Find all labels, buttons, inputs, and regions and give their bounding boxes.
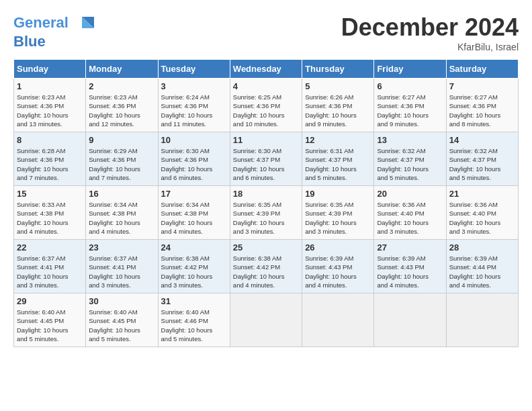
calendar-cell: 19Sunrise: 6:35 AM Sunset: 4:39 PM Dayli…	[302, 186, 374, 240]
day-number: 10	[161, 135, 227, 145]
day-number: 16	[89, 189, 154, 199]
day-number: 23	[89, 242, 154, 253]
calendar-cell: 31Sunrise: 6:40 AM Sunset: 4:46 PM Dayli…	[158, 293, 230, 347]
column-header-tuesday: Tuesday	[158, 60, 230, 79]
calendar-cell: 25Sunrise: 6:38 AM Sunset: 4:42 PM Dayli…	[230, 240, 302, 293]
page-header: General Blue December 2024 KfarBilu, Isr…	[13, 13, 519, 52]
logo: General Blue	[13, 13, 95, 50]
calendar-cell: 16Sunrise: 6:34 AM Sunset: 4:38 PM Dayli…	[86, 186, 158, 240]
day-number: 29	[17, 296, 83, 306]
day-number: 4	[233, 81, 299, 91]
day-number: 30	[89, 296, 154, 306]
calendar-cell: 9Sunrise: 6:29 AM Sunset: 4:36 PM Daylig…	[86, 132, 158, 186]
day-info: Sunrise: 6:39 AM Sunset: 4:43 PM Dayligh…	[377, 254, 443, 289]
calendar-week-row: 8Sunrise: 6:28 AM Sunset: 4:36 PM Daylig…	[14, 132, 519, 186]
day-info: Sunrise: 6:40 AM Sunset: 4:46 PM Dayligh…	[161, 308, 227, 343]
location: KfarBilu, Israel	[341, 42, 519, 52]
day-number: 15	[17, 189, 83, 199]
column-header-wednesday: Wednesday	[230, 60, 302, 79]
day-info: Sunrise: 6:30 AM Sunset: 4:37 PM Dayligh…	[233, 146, 299, 182]
calendar-cell	[374, 293, 446, 347]
day-info: Sunrise: 6:25 AM Sunset: 4:36 PM Dayligh…	[233, 93, 299, 128]
day-info: Sunrise: 6:32 AM Sunset: 4:37 PM Dayligh…	[377, 146, 443, 182]
day-number: 7	[449, 81, 515, 91]
calendar-cell: 2Sunrise: 6:23 AM Sunset: 4:36 PM Daylig…	[86, 79, 158, 132]
calendar-week-row: 22Sunrise: 6:37 AM Sunset: 4:41 PM Dayli…	[14, 240, 519, 293]
day-number: 22	[17, 242, 83, 253]
day-info: Sunrise: 6:36 AM Sunset: 4:40 PM Dayligh…	[377, 200, 443, 236]
day-number: 25	[233, 242, 299, 253]
calendar-cell	[446, 293, 518, 347]
day-info: Sunrise: 6:32 AM Sunset: 4:37 PM Dayligh…	[449, 146, 515, 182]
calendar-cell	[230, 293, 302, 347]
calendar-cell: 3Sunrise: 6:24 AM Sunset: 4:36 PM Daylig…	[158, 79, 230, 132]
calendar-cell: 24Sunrise: 6:38 AM Sunset: 4:42 PM Dayli…	[158, 240, 230, 293]
calendar-cell: 18Sunrise: 6:35 AM Sunset: 4:39 PM Dayli…	[230, 186, 302, 240]
day-info: Sunrise: 6:26 AM Sunset: 4:36 PM Dayligh…	[305, 93, 371, 128]
day-number: 20	[377, 189, 443, 199]
day-info: Sunrise: 6:30 AM Sunset: 4:36 PM Dayligh…	[161, 146, 227, 182]
calendar-week-row: 1Sunrise: 6:23 AM Sunset: 4:36 PM Daylig…	[14, 79, 519, 132]
day-number: 19	[305, 189, 371, 199]
calendar-cell: 29Sunrise: 6:40 AM Sunset: 4:45 PM Dayli…	[14, 293, 86, 347]
day-number: 27	[377, 242, 443, 253]
day-info: Sunrise: 6:31 AM Sunset: 4:37 PM Dayligh…	[305, 146, 371, 182]
day-info: Sunrise: 6:34 AM Sunset: 4:38 PM Dayligh…	[89, 200, 154, 236]
day-info: Sunrise: 6:35 AM Sunset: 4:39 PM Dayligh…	[305, 200, 371, 236]
day-info: Sunrise: 6:39 AM Sunset: 4:44 PM Dayligh…	[449, 254, 515, 289]
calendar-week-row: 29Sunrise: 6:40 AM Sunset: 4:45 PM Dayli…	[14, 293, 519, 347]
calendar-header-row: SundayMondayTuesdayWednesdayThursdayFrid…	[14, 60, 519, 79]
calendar-cell: 1Sunrise: 6:23 AM Sunset: 4:36 PM Daylig…	[14, 79, 86, 132]
calendar-cell: 10Sunrise: 6:30 AM Sunset: 4:36 PM Dayli…	[158, 132, 230, 186]
day-info: Sunrise: 6:33 AM Sunset: 4:38 PM Dayligh…	[17, 200, 83, 236]
month-title: December 2024	[341, 13, 519, 42]
day-info: Sunrise: 6:27 AM Sunset: 4:36 PM Dayligh…	[377, 93, 443, 128]
day-number: 31	[161, 296, 227, 306]
day-number: 6	[377, 81, 443, 91]
day-number: 9	[89, 135, 154, 145]
day-info: Sunrise: 6:35 AM Sunset: 4:39 PM Dayligh…	[233, 200, 299, 236]
calendar-cell: 14Sunrise: 6:32 AM Sunset: 4:37 PM Dayli…	[446, 132, 518, 186]
day-info: Sunrise: 6:37 AM Sunset: 4:41 PM Dayligh…	[89, 254, 154, 289]
calendar-week-row: 15Sunrise: 6:33 AM Sunset: 4:38 PM Dayli…	[14, 186, 519, 240]
day-number: 28	[449, 242, 515, 253]
calendar-cell: 22Sunrise: 6:37 AM Sunset: 4:41 PM Dayli…	[14, 240, 86, 293]
column-header-friday: Friday	[374, 60, 446, 79]
calendar-cell: 8Sunrise: 6:28 AM Sunset: 4:36 PM Daylig…	[14, 132, 86, 186]
calendar-cell: 17Sunrise: 6:34 AM Sunset: 4:38 PM Dayli…	[158, 186, 230, 240]
calendar-cell: 13Sunrise: 6:32 AM Sunset: 4:37 PM Dayli…	[374, 132, 446, 186]
day-info: Sunrise: 6:23 AM Sunset: 4:36 PM Dayligh…	[17, 93, 83, 128]
day-number: 11	[233, 135, 299, 145]
calendar-cell: 20Sunrise: 6:36 AM Sunset: 4:40 PM Dayli…	[374, 186, 446, 240]
day-info: Sunrise: 6:28 AM Sunset: 4:36 PM Dayligh…	[17, 146, 83, 182]
day-number: 1	[17, 81, 83, 91]
day-info: Sunrise: 6:29 AM Sunset: 4:36 PM Dayligh…	[89, 146, 154, 182]
calendar-cell: 12Sunrise: 6:31 AM Sunset: 4:37 PM Dayli…	[302, 132, 374, 186]
day-info: Sunrise: 6:37 AM Sunset: 4:41 PM Dayligh…	[17, 254, 83, 289]
column-header-thursday: Thursday	[302, 60, 374, 79]
calendar-cell: 6Sunrise: 6:27 AM Sunset: 4:36 PM Daylig…	[374, 79, 446, 132]
calendar-cell: 23Sunrise: 6:37 AM Sunset: 4:41 PM Dayli…	[86, 240, 158, 293]
day-info: Sunrise: 6:27 AM Sunset: 4:36 PM Dayligh…	[449, 93, 515, 128]
calendar-cell	[302, 293, 374, 347]
day-number: 3	[161, 81, 227, 91]
calendar-cell: 21Sunrise: 6:36 AM Sunset: 4:40 PM Dayli…	[446, 186, 518, 240]
day-number: 21	[449, 189, 515, 199]
day-info: Sunrise: 6:39 AM Sunset: 4:43 PM Dayligh…	[305, 254, 371, 289]
day-info: Sunrise: 6:40 AM Sunset: 4:45 PM Dayligh…	[17, 308, 83, 343]
column-header-saturday: Saturday	[446, 60, 518, 79]
day-info: Sunrise: 6:38 AM Sunset: 4:42 PM Dayligh…	[233, 254, 299, 289]
day-number: 26	[305, 242, 371, 253]
column-header-sunday: Sunday	[14, 60, 86, 79]
day-number: 17	[161, 189, 227, 199]
day-number: 8	[17, 135, 83, 145]
column-header-monday: Monday	[86, 60, 158, 79]
day-number: 5	[305, 81, 371, 91]
calendar-cell: 5Sunrise: 6:26 AM Sunset: 4:36 PM Daylig…	[302, 79, 374, 132]
day-info: Sunrise: 6:23 AM Sunset: 4:36 PM Dayligh…	[89, 93, 154, 128]
calendar-cell: 15Sunrise: 6:33 AM Sunset: 4:38 PM Dayli…	[14, 186, 86, 240]
day-number: 14	[449, 135, 515, 145]
calendar-cell: 30Sunrise: 6:40 AM Sunset: 4:45 PM Dayli…	[86, 293, 158, 347]
calendar-cell: 7Sunrise: 6:27 AM Sunset: 4:36 PM Daylig…	[446, 79, 518, 132]
day-info: Sunrise: 6:40 AM Sunset: 4:45 PM Dayligh…	[89, 308, 154, 343]
